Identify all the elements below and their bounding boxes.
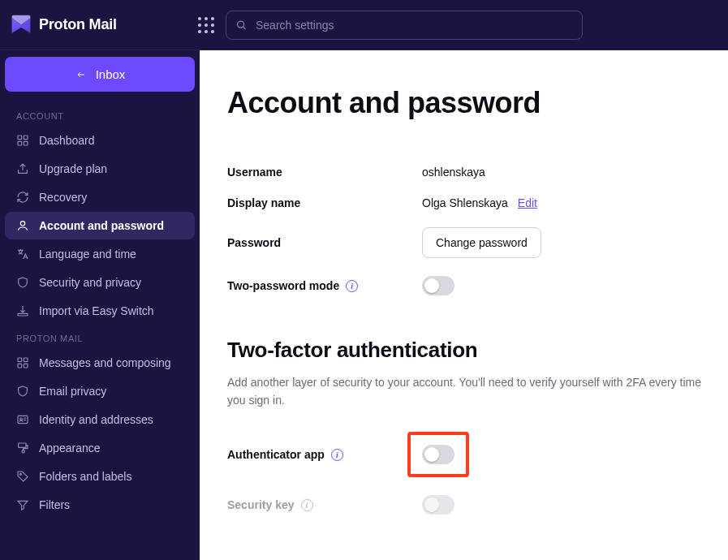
search-box — [226, 11, 583, 40]
sidebar-section-label-account: ACCOUNT — [5, 103, 195, 126]
highlight-annotation — [407, 432, 469, 477]
brand-logo[interactable]: Proton Mail — [10, 14, 187, 37]
display-name-value: Olga Shlenskaya — [422, 196, 508, 209]
svg-rect-9 — [18, 358, 22, 362]
sidebar-section-label-protonmail: PROTON MAIL — [5, 325, 195, 348]
field-password: Password Change password — [227, 227, 728, 258]
sidebar-item-account-password[interactable]: Account and password — [5, 212, 195, 239]
brand-name: Proton Mail — [39, 16, 117, 33]
search-input[interactable] — [226, 11, 583, 40]
grid-icon — [16, 134, 29, 147]
svg-rect-6 — [24, 141, 28, 145]
tag-icon — [16, 470, 29, 483]
security-key-toggle — [422, 495, 454, 515]
password-label: Password — [227, 236, 422, 249]
refresh-icon — [16, 191, 29, 204]
two-password-mode-toggle[interactable] — [422, 276, 454, 295]
change-password-button[interactable]: Change password — [422, 227, 541, 258]
id-card-icon — [16, 413, 29, 426]
inbox-button[interactable]: Inbox — [5, 57, 195, 92]
sidebar-item-label: Filters — [39, 498, 70, 511]
sidebar-item-appearance[interactable]: Appearance — [5, 434, 195, 462]
two-factor-description: Add another layer of security to your ac… — [227, 374, 714, 409]
arrow-up-box-icon — [16, 162, 29, 175]
display-name-label: Display name — [227, 196, 422, 209]
svg-rect-8 — [18, 313, 28, 316]
svg-rect-11 — [18, 364, 22, 368]
field-security-key: Security key i — [227, 495, 728, 515]
filter-icon — [16, 498, 29, 511]
translate-icon — [16, 248, 29, 261]
sidebar-item-dashboard[interactable]: Dashboard — [5, 127, 195, 154]
security-key-label: Security key — [227, 498, 295, 511]
sidebar-item-language-time[interactable]: Language and time — [5, 240, 195, 268]
sidebar-item-recovery[interactable]: Recovery — [5, 183, 195, 211]
info-icon[interactable]: i — [331, 449, 343, 461]
svg-rect-4 — [24, 136, 28, 140]
authenticator-app-label: Authenticator app — [227, 448, 325, 461]
sidebar-item-folders-labels[interactable]: Folders and labels — [5, 463, 195, 490]
paint-icon — [16, 442, 29, 454]
sidebar-item-messages-composing[interactable]: Messages and composing — [5, 349, 195, 377]
sidebar-item-label: Folders and labels — [39, 470, 131, 483]
sidebar-item-email-privacy[interactable]: Email privacy — [5, 377, 195, 405]
svg-point-14 — [20, 418, 23, 420]
svg-point-19 — [19, 473, 21, 475]
shield-icon — [16, 385, 29, 398]
sidebar-item-import-easy-switch[interactable]: Import via Easy Switch — [5, 297, 195, 325]
arrow-left-icon — [75, 70, 88, 80]
main-content: Account and password Username oshlenskay… — [200, 50, 728, 560]
svg-point-7 — [20, 222, 24, 226]
sidebar-item-security-privacy[interactable]: Security and privacy — [5, 269, 195, 296]
inbox-button-label: Inbox — [96, 67, 126, 81]
proton-logo-icon — [10, 14, 32, 37]
app-switcher-icon[interactable] — [198, 17, 214, 33]
edit-display-name-link[interactable]: Edit — [518, 196, 537, 209]
field-display-name: Display name Olga Shlenskaya Edit — [227, 196, 728, 209]
username-value: oshlenskaya — [422, 166, 485, 179]
top-bar: Proton Mail — [0, 0, 728, 50]
info-icon[interactable]: i — [301, 499, 313, 511]
svg-rect-5 — [18, 141, 22, 145]
two-factor-title: Two-factor authentication — [227, 338, 728, 363]
field-authenticator-app: Authenticator app i — [227, 432, 728, 477]
sidebar-item-filters[interactable]: Filters — [5, 491, 195, 519]
info-icon[interactable]: i — [346, 280, 358, 292]
grid-icon — [16, 356, 29, 369]
sidebar-item-upgrade-plan[interactable]: Upgrade plan — [5, 155, 195, 183]
sidebar-item-label: Appearance — [39, 442, 101, 454]
shield-icon — [16, 276, 29, 289]
sidebar: Inbox ACCOUNT Dashboard Upgrade plan Rec… — [0, 50, 200, 560]
sidebar-item-label: Language and time — [39, 248, 136, 261]
svg-rect-17 — [19, 443, 26, 447]
sidebar-item-label: Upgrade plan — [39, 162, 107, 175]
two-password-mode-label: Two-password mode — [227, 279, 339, 292]
sidebar-item-label: Email privacy — [39, 385, 106, 398]
authenticator-app-toggle[interactable] — [422, 445, 454, 464]
sidebar-item-label: Recovery — [39, 191, 87, 204]
sidebar-item-label: Messages and composing — [39, 356, 171, 369]
svg-rect-13 — [18, 416, 28, 423]
field-two-password-mode: Two-password mode i — [227, 276, 728, 295]
sidebar-item-label: Account and password — [39, 219, 164, 232]
svg-rect-18 — [22, 450, 24, 453]
svg-rect-10 — [24, 358, 28, 362]
username-label: Username — [227, 166, 422, 179]
svg-line-1 — [243, 27, 246, 29]
sidebar-item-label: Import via Easy Switch — [39, 304, 154, 317]
svg-rect-12 — [24, 364, 28, 368]
search-icon — [235, 19, 248, 31]
import-icon — [16, 304, 29, 317]
sidebar-item-label: Security and privacy — [39, 276, 141, 289]
svg-rect-3 — [18, 136, 22, 140]
page-title: Account and password — [227, 86, 728, 120]
svg-point-0 — [238, 21, 244, 28]
user-icon — [16, 219, 29, 232]
sidebar-item-label: Dashboard — [39, 134, 95, 147]
field-username: Username oshlenskaya — [227, 166, 728, 179]
sidebar-item-label: Identity and addresses — [39, 413, 153, 426]
sidebar-item-identity-addresses[interactable]: Identity and addresses — [5, 406, 195, 433]
